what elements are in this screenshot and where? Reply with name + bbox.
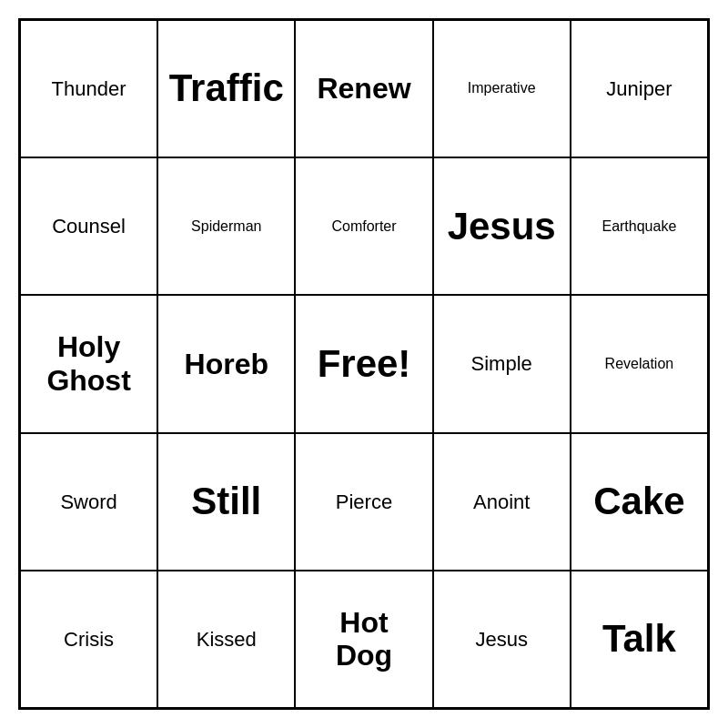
bingo-cell-16: Still [157, 433, 295, 571]
bingo-cell-21: Kissed [157, 571, 295, 708]
bingo-cell-4: Juniper [571, 20, 708, 157]
bingo-cell-14: Revelation [571, 295, 708, 432]
bingo-cell-19: Cake [571, 433, 708, 571]
bingo-cell-13: Simple [433, 295, 571, 432]
bingo-cell-17: Pierce [295, 433, 432, 571]
bingo-cell-24: Talk [571, 571, 708, 708]
bingo-cell-8: Jesus [433, 157, 571, 295]
bingo-cell-18: Anoint [433, 433, 571, 571]
bingo-cell-12: Free! [295, 295, 432, 432]
bingo-cell-20: Crisis [20, 571, 157, 708]
bingo-cell-2: Renew [295, 20, 432, 157]
bingo-cell-9: Earthquake [571, 157, 708, 295]
bingo-cell-10: HolyGhost [20, 295, 157, 432]
bingo-cell-11: Horeb [157, 295, 295, 432]
bingo-cell-23: Jesus [433, 571, 571, 708]
bingo-cell-5: Counsel [20, 157, 157, 295]
bingo-cell-6: Spiderman [157, 157, 295, 295]
bingo-cell-22: HotDog [295, 571, 432, 708]
bingo-cell-7: Comforter [295, 157, 432, 295]
bingo-cell-3: Imperative [433, 20, 571, 157]
bingo-cell-0: Thunder [20, 20, 157, 157]
bingo-cell-1: Traffic [157, 20, 295, 157]
bingo-grid: ThunderTrafficRenewImperativeJuniperCoun… [18, 18, 710, 710]
bingo-cell-15: Sword [20, 433, 157, 571]
